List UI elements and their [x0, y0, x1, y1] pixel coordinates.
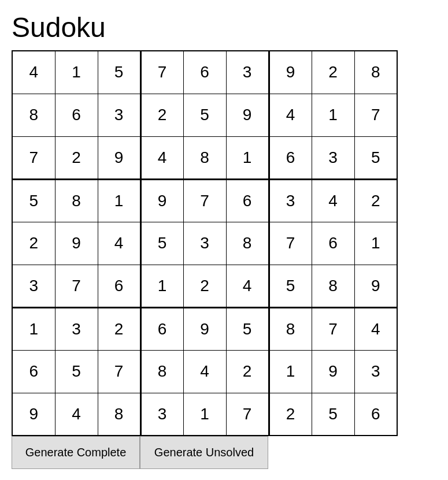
- sudoku-grid: 4157639288632594177294816355819763422945…: [12, 50, 398, 436]
- cell-3-6[interactable]: 1: [226, 136, 269, 179]
- cell-4-7[interactable]: 3: [269, 179, 312, 222]
- cell-3-5[interactable]: 8: [183, 136, 226, 179]
- cell-1-6[interactable]: 3: [226, 51, 269, 94]
- cell-6-4[interactable]: 1: [140, 265, 183, 307]
- cell-1-8[interactable]: 2: [312, 51, 354, 94]
- cell-8-4[interactable]: 8: [140, 350, 183, 393]
- cell-2-4[interactable]: 2: [140, 94, 183, 136]
- cell-3-9[interactable]: 5: [354, 136, 397, 179]
- cell-5-9[interactable]: 1: [354, 222, 397, 265]
- cell-1-3[interactable]: 5: [98, 51, 140, 94]
- cell-5-5[interactable]: 3: [183, 222, 226, 265]
- grid-row-5: 294538761: [12, 222, 397, 265]
- cell-2-1[interactable]: 8: [12, 94, 55, 136]
- cell-3-1[interactable]: 7: [12, 136, 55, 179]
- cell-6-1[interactable]: 3: [12, 265, 55, 307]
- grid-row-8: 657842193: [12, 350, 397, 393]
- grid-row-7: 132695874: [12, 307, 397, 350]
- grid-row-4: 581976342: [12, 179, 397, 222]
- cell-9-9[interactable]: 6: [354, 393, 397, 436]
- cell-1-1[interactable]: 4: [12, 51, 55, 94]
- cell-1-9[interactable]: 8: [354, 51, 397, 94]
- cell-2-7[interactable]: 4: [269, 94, 312, 136]
- cell-2-5[interactable]: 5: [183, 94, 226, 136]
- cell-5-3[interactable]: 4: [98, 222, 140, 265]
- cell-8-5[interactable]: 4: [183, 350, 226, 393]
- cell-9-7[interactable]: 2: [269, 393, 312, 436]
- cell-5-6[interactable]: 8: [226, 222, 269, 265]
- cell-5-2[interactable]: 9: [55, 222, 98, 265]
- cell-8-6[interactable]: 2: [226, 350, 269, 393]
- grid-row-3: 729481635: [12, 136, 397, 179]
- cell-8-9[interactable]: 3: [354, 350, 397, 393]
- cell-6-5[interactable]: 2: [183, 265, 226, 307]
- cell-7-2[interactable]: 3: [55, 307, 98, 350]
- cell-7-6[interactable]: 5: [226, 307, 269, 350]
- generate-complete-button[interactable]: Generate Complete: [12, 436, 140, 469]
- cell-2-6[interactable]: 9: [226, 94, 269, 136]
- cell-9-8[interactable]: 5: [312, 393, 354, 436]
- grid-row-9: 948317256: [12, 393, 397, 436]
- cell-8-1[interactable]: 6: [12, 350, 55, 393]
- cell-4-5[interactable]: 7: [183, 179, 226, 222]
- cell-9-3[interactable]: 8: [98, 393, 140, 436]
- cell-1-5[interactable]: 6: [183, 51, 226, 94]
- cell-6-3[interactable]: 6: [98, 265, 140, 307]
- cell-6-9[interactable]: 9: [354, 265, 397, 307]
- cell-4-1[interactable]: 5: [12, 179, 55, 222]
- cell-4-2[interactable]: 8: [55, 179, 98, 222]
- cell-4-6[interactable]: 6: [226, 179, 269, 222]
- cell-3-2[interactable]: 2: [55, 136, 98, 179]
- cell-7-3[interactable]: 2: [98, 307, 140, 350]
- cell-9-1[interactable]: 9: [12, 393, 55, 436]
- cell-7-5[interactable]: 9: [183, 307, 226, 350]
- sudoku-container: 4157639288632594177294816355819763422945…: [12, 50, 398, 469]
- generate-unsolved-button[interactable]: Generate Unsolved: [140, 436, 268, 469]
- cell-6-8[interactable]: 8: [312, 265, 354, 307]
- cell-7-4[interactable]: 6: [140, 307, 183, 350]
- cell-9-6[interactable]: 7: [226, 393, 269, 436]
- cell-2-9[interactable]: 7: [354, 94, 397, 136]
- grid-row-1: 415763928: [12, 51, 397, 94]
- cell-3-8[interactable]: 3: [312, 136, 354, 179]
- cell-9-2[interactable]: 4: [55, 393, 98, 436]
- cell-4-8[interactable]: 4: [312, 179, 354, 222]
- cell-9-5[interactable]: 1: [183, 393, 226, 436]
- cell-1-4[interactable]: 7: [140, 51, 183, 94]
- grid-row-2: 863259417: [12, 94, 397, 136]
- cell-2-2[interactable]: 6: [55, 94, 98, 136]
- cell-9-4[interactable]: 3: [140, 393, 183, 436]
- page-title: Sudoku: [12, 12, 436, 43]
- cell-8-3[interactable]: 7: [98, 350, 140, 393]
- cell-5-1[interactable]: 2: [12, 222, 55, 265]
- cell-8-8[interactable]: 9: [312, 350, 354, 393]
- cell-3-7[interactable]: 6: [269, 136, 312, 179]
- cell-3-4[interactable]: 4: [140, 136, 183, 179]
- cell-5-7[interactable]: 7: [269, 222, 312, 265]
- cell-8-7[interactable]: 1: [269, 350, 312, 393]
- cell-8-2[interactable]: 5: [55, 350, 98, 393]
- cell-6-7[interactable]: 5: [269, 265, 312, 307]
- cell-7-1[interactable]: 1: [12, 307, 55, 350]
- cell-6-2[interactable]: 7: [55, 265, 98, 307]
- cell-1-2[interactable]: 1: [55, 51, 98, 94]
- cell-5-8[interactable]: 6: [312, 222, 354, 265]
- cell-7-9[interactable]: 4: [354, 307, 397, 350]
- cell-4-9[interactable]: 2: [354, 179, 397, 222]
- grid-row-6: 376124589: [12, 265, 397, 307]
- cell-4-4[interactable]: 9: [140, 179, 183, 222]
- cell-2-8[interactable]: 1: [312, 94, 354, 136]
- cell-3-3[interactable]: 9: [98, 136, 140, 179]
- cell-7-8[interactable]: 7: [312, 307, 354, 350]
- cell-4-3[interactable]: 1: [98, 179, 140, 222]
- cell-2-3[interactable]: 3: [98, 94, 140, 136]
- cell-1-7[interactable]: 9: [269, 51, 312, 94]
- cell-5-4[interactable]: 5: [140, 222, 183, 265]
- cell-7-7[interactable]: 8: [269, 307, 312, 350]
- cell-6-6[interactable]: 4: [226, 265, 269, 307]
- button-row: Generate Complete Generate Unsolved: [12, 436, 398, 469]
